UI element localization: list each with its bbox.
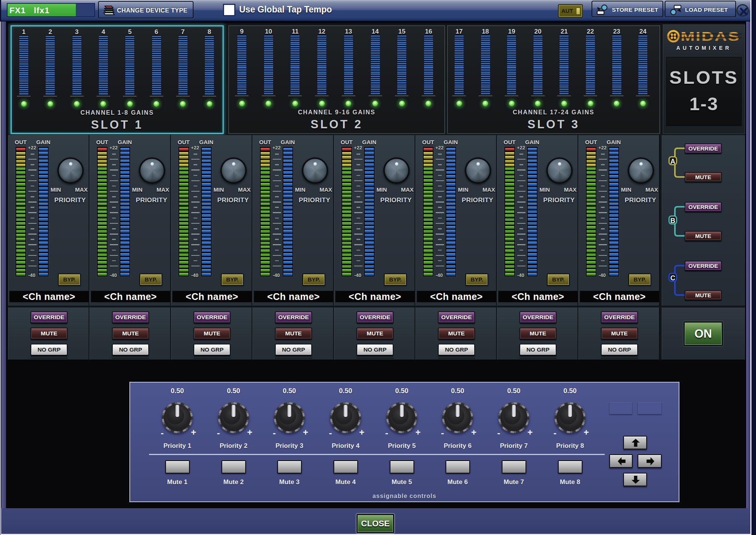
svg-text:MIDAS: MIDAS (681, 29, 740, 43)
